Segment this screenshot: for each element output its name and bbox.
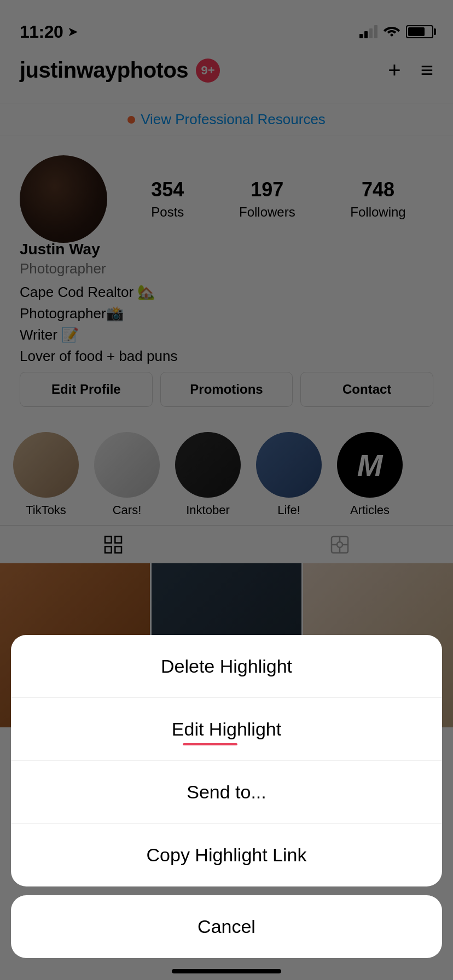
delete-highlight-button[interactable]: Delete Highlight — [11, 635, 442, 698]
edit-underline-decoration — [183, 743, 237, 745]
copy-highlight-link-button[interactable]: Copy Highlight Link — [11, 824, 442, 886]
cancel-button[interactable]: Cancel — [11, 895, 442, 958]
home-indicator — [172, 969, 281, 973]
action-sheet: Delete Highlight Edit Highlight Send to.… — [11, 635, 442, 886]
cancel-sheet: Cancel — [11, 895, 442, 958]
edit-highlight-button[interactable]: Edit Highlight — [11, 698, 442, 761]
bottom-sheet-container: Delete Highlight Edit Highlight Send to.… — [0, 635, 453, 980]
send-to-button[interactable]: Send to... — [11, 761, 442, 824]
